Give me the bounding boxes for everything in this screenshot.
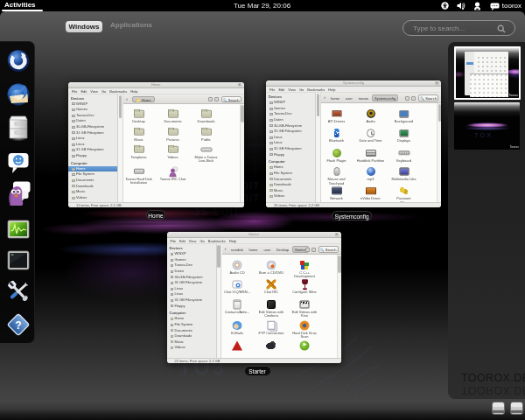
svg-text:?: ? <box>15 319 21 332</box>
